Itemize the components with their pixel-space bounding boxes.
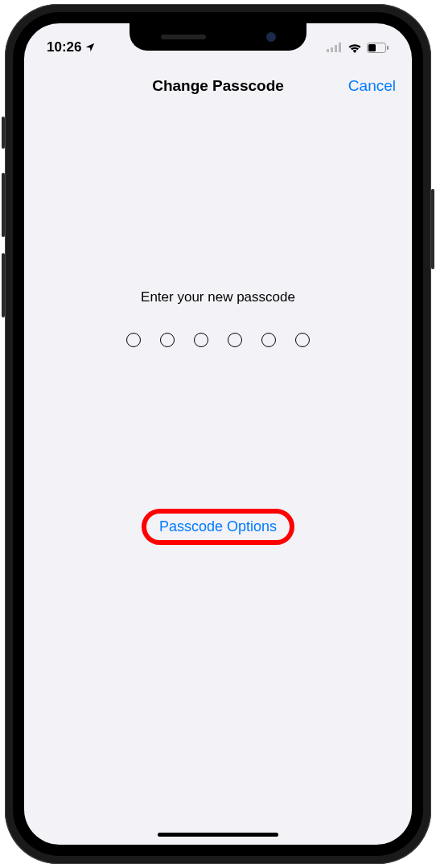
passcode-dot bbox=[295, 333, 310, 347]
page-title: Change Passcode bbox=[152, 77, 284, 95]
wifi-icon bbox=[348, 43, 362, 53]
screen: 10:26 bbox=[24, 23, 412, 845]
svg-rect-3 bbox=[339, 43, 341, 52]
svg-rect-5 bbox=[368, 44, 376, 51]
battery-icon bbox=[367, 43, 389, 53]
volume-up-button bbox=[2, 173, 5, 237]
svg-rect-6 bbox=[387, 46, 389, 50]
status-left: 10:26 bbox=[47, 39, 96, 55]
navigation-bar: Change Passcode Cancel bbox=[24, 63, 412, 108]
passcode-dot bbox=[261, 333, 276, 347]
passcode-dot bbox=[194, 333, 208, 347]
speaker-grille bbox=[161, 35, 206, 39]
device-frame: 10:26 bbox=[5, 4, 431, 864]
volume-down-button bbox=[2, 253, 5, 317]
passcode-dot bbox=[160, 333, 175, 347]
front-camera bbox=[266, 32, 276, 42]
mute-switch bbox=[2, 117, 5, 149]
status-right bbox=[327, 43, 389, 53]
svg-rect-1 bbox=[331, 47, 333, 52]
cancel-button[interactable]: Cancel bbox=[348, 77, 396, 95]
svg-rect-2 bbox=[335, 45, 337, 52]
passcode-options-button[interactable]: Passcode Options bbox=[148, 512, 288, 542]
signal-icon bbox=[327, 43, 343, 52]
power-button bbox=[431, 189, 434, 269]
location-icon bbox=[84, 42, 96, 53]
inner-frame: 10:26 bbox=[13, 12, 423, 856]
passcode-dot bbox=[228, 333, 242, 347]
passcode-prompt: Enter your new passcode bbox=[141, 289, 295, 305]
passcode-options-wrap: Passcode Options bbox=[148, 512, 288, 542]
notch bbox=[130, 23, 306, 51]
home-indicator[interactable] bbox=[158, 833, 278, 837]
status-time: 10:26 bbox=[47, 39, 81, 55]
passcode-dots[interactable] bbox=[126, 333, 310, 347]
main-content: Enter your new passcode Passcode Options bbox=[24, 108, 412, 542]
svg-rect-0 bbox=[327, 49, 329, 52]
passcode-dot bbox=[126, 333, 141, 347]
